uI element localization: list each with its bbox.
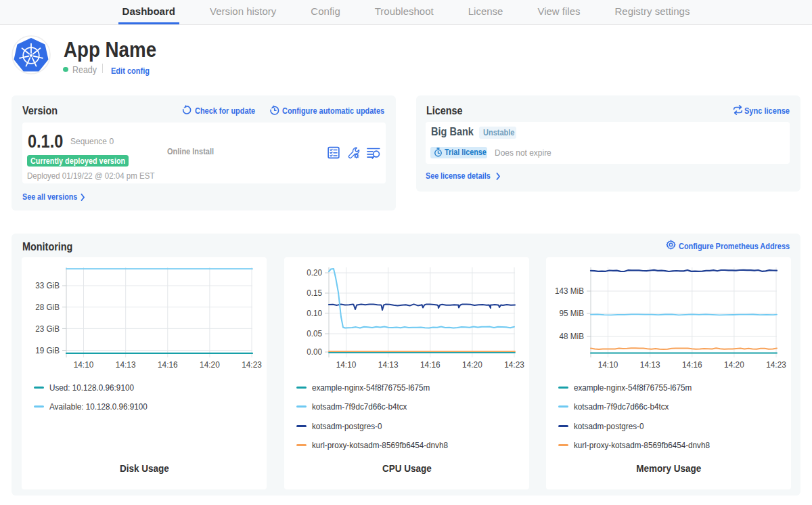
svg-text:14:10: 14:10 (74, 359, 94, 370)
svg-text:95 MiB: 95 MiB (560, 309, 584, 319)
svg-text:14:23: 14:23 (766, 359, 786, 370)
svg-text:14:20: 14:20 (724, 359, 744, 370)
svg-text:48 MiB: 48 MiB (560, 332, 584, 342)
svg-text:143 MiB: 143 MiB (555, 286, 584, 297)
svg-text:14:16: 14:16 (420, 359, 441, 370)
svg-text:0.05: 0.05 (307, 329, 322, 339)
svg-text:14:13: 14:13 (378, 359, 399, 370)
svg-text:14:20: 14:20 (200, 359, 220, 370)
svg-text:14:13: 14:13 (116, 359, 136, 370)
svg-text:14:16: 14:16 (158, 359, 178, 370)
svg-text:14:23: 14:23 (504, 359, 524, 370)
svg-text:0.00: 0.00 (307, 347, 322, 357)
svg-text:28 GiB: 28 GiB (35, 303, 60, 313)
svg-text:0.15: 0.15 (307, 288, 322, 299)
svg-text:14:23: 14:23 (242, 359, 262, 370)
svg-text:14:13: 14:13 (640, 359, 660, 370)
svg-text:23 GiB: 23 GiB (35, 324, 60, 334)
svg-text:14:10: 14:10 (598, 359, 618, 370)
svg-text:14:10: 14:10 (336, 359, 357, 370)
svg-text:0.10: 0.10 (307, 309, 322, 319)
svg-text:14:20: 14:20 (462, 359, 482, 370)
svg-text:14:16: 14:16 (682, 359, 702, 370)
svg-text:19 GiB: 19 GiB (35, 345, 60, 355)
svg-text:0.20: 0.20 (307, 268, 322, 278)
svg-text:33 GiB: 33 GiB (35, 281, 60, 291)
